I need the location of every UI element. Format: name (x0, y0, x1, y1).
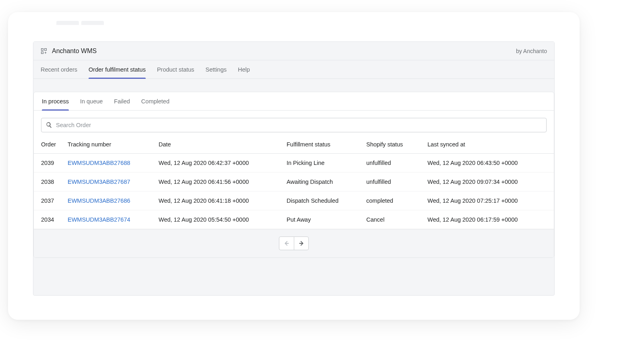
search-input[interactable] (56, 122, 542, 128)
orders-table: Order Tracking number Date Fulfillment s… (34, 136, 554, 229)
tracking-link[interactable]: EWMSUDM3ABB27686 (68, 197, 130, 204)
cell-fulfillment: In Picking Line (287, 154, 366, 173)
browser-tabs-decoration (56, 21, 105, 26)
pagination (34, 229, 554, 257)
tab-help[interactable]: Help (238, 60, 250, 78)
arrow-left-icon (283, 240, 290, 247)
content-area: In process In queue Failed Completed (33, 79, 554, 295)
tab-product-status[interactable]: Product status (157, 60, 194, 78)
cell-order: 2038 (34, 173, 68, 191)
svg-rect-2 (41, 51, 43, 53)
table-row: 2039 EWMSUDM3ABB27688 Wed, 12 Aug 2020 0… (34, 154, 554, 173)
next-page-button[interactable] (294, 237, 308, 250)
tracking-link[interactable]: EWMSUDM3ABB27688 (68, 160, 130, 166)
col-last-synced: Last synced at (427, 136, 554, 154)
tracking-link[interactable]: EWMSUDM3ABB27687 (68, 179, 130, 185)
search-icon (45, 121, 53, 129)
tracking-link[interactable]: EWMSUDM3ABB27674 (68, 216, 130, 223)
table-row: 2034 EWMSUDM3ABB27674 Wed, 12 Aug 2020 0… (34, 210, 554, 229)
app-window: Anchanto WMS by Anchanto Recent orders O… (8, 12, 580, 320)
search-box[interactable] (41, 118, 547, 132)
app-panel: Anchanto WMS by Anchanto Recent orders O… (33, 41, 555, 296)
subtab-in-process[interactable]: In process (42, 92, 69, 110)
sub-tabs: In process In queue Failed Completed (34, 92, 554, 111)
cell-order: 2037 (34, 191, 68, 210)
cell-date: Wed, 12 Aug 2020 06:41:56 +0000 (159, 173, 287, 191)
cell-shopify: unfulfilled (366, 173, 427, 191)
cell-fulfillment: Awaiting Dispatch (287, 173, 366, 191)
col-date: Date (159, 136, 287, 154)
arrow-right-icon (298, 240, 305, 247)
cell-fulfillment: Dispatch Scheduled (287, 191, 366, 210)
cell-date: Wed, 12 Aug 2020 06:41:18 +0000 (159, 191, 287, 210)
cell-synced: Wed, 12 Aug 2020 09:07:34 +0000 (427, 173, 554, 191)
app-header: Anchanto WMS by Anchanto (33, 42, 554, 60)
subtab-in-queue[interactable]: In queue (80, 92, 103, 110)
col-fulfillment-status: Fulfillment status (287, 136, 366, 154)
prev-page-button[interactable] (279, 237, 294, 250)
cell-synced: Wed, 12 Aug 2020 07:25:17 +0000 (427, 191, 554, 210)
table-row: 2038 EWMSUDM3ABB27687 Wed, 12 Aug 2020 0… (34, 173, 554, 191)
top-tabs: Recent orders Order fulfilment status Pr… (33, 60, 554, 79)
svg-rect-1 (45, 48, 47, 50)
col-shopify-status: Shopify status (366, 136, 427, 154)
subtab-completed[interactable]: Completed (141, 92, 169, 110)
cell-order: 2039 (34, 154, 68, 173)
col-order: Order (34, 136, 68, 154)
cell-synced: Wed, 12 Aug 2020 06:17:59 +0000 (427, 210, 554, 229)
cell-fulfillment: Put Away (287, 210, 366, 229)
app-icon (41, 48, 47, 54)
subtab-failed[interactable]: Failed (114, 92, 130, 110)
svg-rect-0 (41, 48, 43, 50)
cell-date: Wed, 12 Aug 2020 05:54:50 +0000 (159, 210, 287, 229)
cell-order: 2034 (34, 210, 68, 229)
orders-card: In process In queue Failed Completed (33, 92, 554, 258)
tab-settings[interactable]: Settings (206, 60, 227, 78)
cell-date: Wed, 12 Aug 2020 06:42:37 +0000 (159, 154, 287, 173)
table-row: 2037 EWMSUDM3ABB27686 Wed, 12 Aug 2020 0… (34, 191, 554, 210)
col-tracking: Tracking number (68, 136, 159, 154)
cell-shopify: completed (366, 191, 427, 210)
cell-synced: Wed, 12 Aug 2020 06:43:50 +0000 (427, 154, 554, 173)
cell-shopify: Cancel (366, 210, 427, 229)
tab-order-fulfilment-status[interactable]: Order fulfilment status (89, 60, 146, 78)
app-vendor: by Anchanto (516, 48, 547, 54)
cell-shopify: unfulfilled (366, 154, 427, 173)
tab-recent-orders[interactable]: Recent orders (41, 60, 77, 78)
app-title: Anchanto WMS (52, 47, 97, 55)
